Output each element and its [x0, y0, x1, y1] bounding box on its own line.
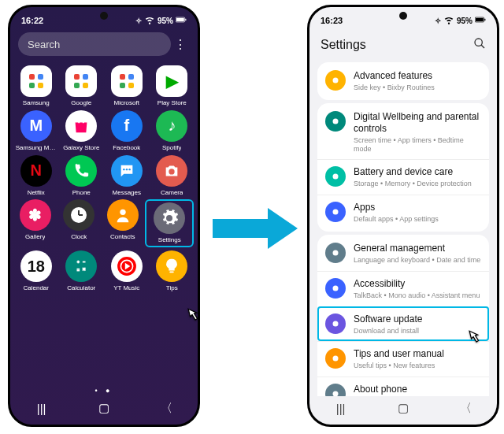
settings-row-title: Digital Wellbeing and parental controls [354, 111, 481, 135]
settings-row-sub: Side key • Bixby Routines [354, 83, 481, 92]
settings-list[interactable]: Advanced featuresSide key • Bixby Routin… [309, 59, 497, 396]
settings-row-title: Battery and device care [354, 166, 481, 178]
app-grid[interactable]: SamsungGoogleMicrosoft▶Play StoreMSamsun… [10, 62, 198, 384]
app-facebook[interactable]: fFacebook [106, 110, 148, 152]
app-label: Google [71, 100, 91, 107]
person-icon [107, 199, 139, 231]
settings-row-title: General management [354, 243, 481, 254]
battery-pct: 95% [158, 17, 173, 25]
settings-row-battery-and-device-care[interactable]: Battery and device careStorage • Memory … [317, 159, 489, 195]
wifi-icon [144, 14, 155, 27]
app-label: Gallery [25, 234, 45, 241]
settings-row-icon [325, 278, 346, 299]
nav-recents[interactable]: ||| [329, 402, 353, 415]
calc-icon [65, 250, 97, 282]
app-samsung[interactable]: Samsung [15, 65, 57, 107]
app-label: Spotify [162, 145, 181, 152]
page-title: Settings [321, 38, 366, 52]
settings-row-sub: TalkBack • Mono audio • Assistant menu [354, 291, 481, 300]
svg-point-42 [333, 174, 339, 180]
app-label: Tips [166, 285, 178, 292]
app-microsoft[interactable]: Microsoft [106, 65, 148, 107]
settings-row-apps[interactable]: AppsDefault apps • App settings [317, 195, 489, 230]
settings-card: Digital Wellbeing and parental controlsS… [317, 103, 489, 232]
app-spotify[interactable]: ♪Spotify [150, 110, 193, 152]
app-galaxy-store[interactable]: Galaxy Store [60, 110, 102, 152]
app-label: Samsung [23, 100, 50, 107]
ytmusic-icon [111, 250, 143, 282]
gear-icon [154, 202, 185, 234]
grid-icon [65, 65, 97, 97]
app-messages[interactable]: Messages [106, 155, 148, 197]
nav-home[interactable]: ▢ [391, 401, 415, 415]
svg-point-17 [128, 169, 130, 170]
app-settings[interactable]: Settings [145, 199, 194, 247]
settings-row-icon [325, 111, 346, 132]
settings-row-icon [325, 384, 346, 396]
search-input[interactable]: Search [18, 32, 171, 56]
app-label: Calculator [67, 285, 95, 292]
app-phone[interactable]: Phone [60, 155, 102, 197]
app-calculator[interactable]: Calculator [60, 250, 102, 292]
settings-row-icon [325, 313, 346, 334]
more-menu-button[interactable]: ⋮ [171, 37, 190, 52]
nav-home[interactable]: ▢ [92, 401, 116, 415]
settings-row-icon [325, 202, 346, 222]
app-clock[interactable]: Clock [57, 199, 100, 247]
svg-rect-6 [38, 83, 43, 88]
app-camera[interactable]: Camera [150, 155, 193, 197]
nav-back[interactable]: 〈 [154, 401, 178, 416]
settings-row-icon [325, 243, 346, 263]
wifi-icon [443, 14, 454, 27]
svg-point-40 [333, 78, 339, 83]
app-play-store[interactable]: ▶Play Store [150, 65, 193, 107]
status-time: 16:22 [21, 16, 43, 25]
app-contacts[interactable]: Contacts [102, 199, 144, 247]
nav-back[interactable]: 〈 [454, 401, 477, 416]
app-label: YT Music [113, 285, 139, 292]
svg-point-43 [333, 210, 339, 215]
settings-row-sub: Download and install [354, 327, 481, 336]
app-calendar[interactable]: 18Calendar [15, 250, 57, 292]
battery-icon [176, 14, 187, 27]
settings-row-icon [325, 166, 346, 187]
app-yt-music[interactable]: YT Music [106, 250, 148, 292]
settings-row-tips-and-user-manual[interactable]: Tips and user manualUseful tips • New fe… [317, 341, 489, 377]
svg-point-45 [333, 285, 339, 291]
app-label: Messages [113, 190, 141, 197]
grid-icon [20, 65, 52, 97]
settings-row-advanced-features[interactable]: Advanced featuresSide key • Bixby Routin… [317, 64, 489, 98]
settings-row-general-management[interactable]: General managementLanguage and keyboard … [317, 236, 489, 271]
spotify-icon: ♪ [156, 110, 187, 142]
msg-icon [111, 155, 143, 187]
app-label: Galaxy Store [63, 145, 99, 152]
search-row: Search ⋮ [18, 31, 190, 57]
samsung members-icon: M [20, 110, 52, 142]
settings-row-software-update[interactable]: Software updateDownload and install [317, 306, 489, 342]
phone-left: 16:22 ✧ 95% Search ⋮ SamsungGoogleMicros… [8, 5, 200, 427]
svg-rect-8 [83, 74, 88, 80]
search-icon[interactable] [473, 37, 486, 53]
svg-rect-13 [120, 83, 125, 88]
app-samsung-members[interactable]: MSamsung Members [15, 110, 57, 152]
nav-recents[interactable]: ||| [30, 402, 54, 415]
app-label: Facebook [113, 145, 140, 152]
status-icons: ✧ 95% [135, 14, 187, 27]
svg-point-22 [120, 210, 125, 215]
nav-bar: ||| ▢ 〈 [309, 398, 497, 418]
app-tips[interactable]: Tips [150, 250, 193, 292]
svg-rect-33 [170, 272, 175, 273]
app-netflix[interactable]: NNetflix [15, 155, 57, 197]
app-gallery[interactable]: ✽Gallery [14, 199, 57, 247]
vibrate-icon: ✧ [135, 17, 142, 25]
svg-rect-4 [38, 74, 43, 80]
settings-row-digital-wellbeing-and-parental-controls[interactable]: Digital Wellbeing and parental controlsS… [317, 105, 489, 160]
app-google[interactable]: Google [60, 65, 102, 107]
settings-row-accessibility[interactable]: AccessibilityTalkBack • Mono audio • Ass… [317, 271, 489, 306]
settings-header: Settings [309, 31, 497, 59]
calendar-icon: 18 [20, 250, 52, 282]
vibrate-icon: ✧ [435, 17, 441, 25]
settings-row-title: Apps [354, 202, 481, 213]
settings-row-about-phone[interactable]: About phoneStatus • Legal information • … [317, 377, 489, 396]
battery-pct: 95% [457, 17, 472, 25]
